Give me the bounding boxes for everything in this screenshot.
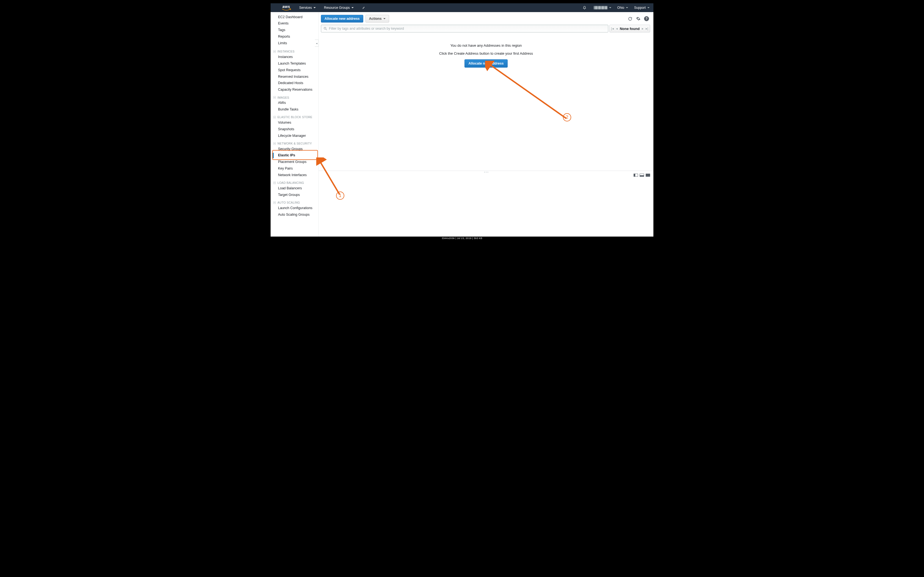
sidebar-item-launch-configurations[interactable]: Launch Configurations	[271, 205, 318, 211]
layout-side-icon[interactable]	[633, 174, 638, 177]
page-first-icon[interactable]: |◂	[611, 27, 614, 31]
nav-resource-groups-label: Resource Groups	[324, 6, 350, 10]
annotation-circle-2: 2	[563, 113, 571, 121]
sidebar-item-bundle-tasks[interactable]: Bundle Tasks	[271, 106, 318, 113]
sidebar-group-load-balancing[interactable]: LOAD BALANCING	[271, 181, 318, 185]
aws-topbar: aws Services Resource Groups	[271, 3, 653, 12]
nav-services[interactable]: Services	[299, 6, 316, 10]
nav-account[interactable]	[594, 6, 611, 9]
page-status: None found	[620, 27, 640, 31]
actions-label: Actions	[369, 17, 382, 21]
sidebar-item-load-balancers[interactable]: Load Balancers	[271, 185, 318, 192]
help-icon[interactable]: ?	[644, 16, 649, 21]
sidebar-item-placement-groups[interactable]: Placement Groups	[271, 159, 318, 165]
screenshot-footer-caption: 3344x2036 | Jul 23, 2019 | 393 KB	[270, 237, 654, 240]
chevron-down-icon	[351, 7, 354, 8]
chevron-down-icon	[647, 7, 649, 8]
sidebar-item-launch-templates[interactable]: Launch Templates	[271, 60, 318, 67]
sidebar-group-elastic-block-store[interactable]: ELASTIC BLOCK STORE	[271, 115, 318, 119]
svg-line-2	[489, 64, 566, 118]
sidebar-item-volumes[interactable]: Volumes	[271, 119, 318, 126]
pagination: |◂ ◂ None found ▸ ▸|	[609, 25, 650, 32]
nav-region-label: Ohio	[617, 6, 624, 10]
search-icon	[323, 27, 327, 31]
layout-bottom-icon[interactable]	[640, 174, 644, 177]
sidebar-item-reports[interactable]: Reports	[271, 34, 318, 40]
settings-icon[interactable]	[636, 16, 641, 21]
actions-button[interactable]: Actions	[365, 15, 389, 23]
sidebar-item-elastic-ips[interactable]: Elastic IPs	[271, 152, 318, 159]
sidebar-item-tags[interactable]: Tags	[271, 27, 318, 34]
sidebar-item-snapshots[interactable]: Snapshots	[271, 126, 318, 132]
empty-state-line-2: Click the Create Address button to creat…	[319, 52, 653, 55]
empty-allocate-address-button[interactable]: Allocate new address	[464, 60, 508, 68]
chevron-down-icon	[626, 7, 628, 8]
account-name-redacted	[594, 6, 607, 9]
sidebar-item-target-groups[interactable]: Target Groups	[271, 192, 318, 198]
filter-input[interactable]	[329, 27, 606, 31]
nav-services-label: Services	[299, 6, 312, 10]
detail-pane	[319, 171, 653, 237]
page-prev-icon[interactable]: ◂	[616, 27, 618, 31]
filter-search-box[interactable]	[321, 25, 608, 32]
empty-state-line-1: You do not have any Addresses in this re…	[319, 44, 653, 48]
sidebar-group-network-security[interactable]: NETWORK & SECURITY	[271, 141, 318, 146]
nav-pin-button[interactable]	[362, 6, 365, 9]
empty-allocate-address-label: Allocate new address	[468, 61, 504, 65]
sidebar-item-key-pairs[interactable]: Key Pairs	[271, 165, 318, 172]
sidebar-item-limits[interactable]: Limits	[271, 40, 318, 47]
pane-resize-handle[interactable]	[484, 171, 488, 172]
nav-support[interactable]: Support	[634, 6, 649, 10]
chevron-down-icon	[313, 7, 316, 8]
sidebar-item-capacity-reservations[interactable]: Capacity Reservations	[271, 87, 318, 93]
sidebar-item-dedicated-hosts[interactable]: Dedicated Hosts	[271, 80, 318, 87]
nav-region[interactable]: Ohio	[617, 6, 628, 10]
aws-console-window: aws Services Resource Groups	[271, 3, 653, 237]
chevron-down-icon	[609, 7, 611, 8]
aws-logo[interactable]: aws	[282, 5, 291, 11]
refresh-icon[interactable]	[628, 16, 633, 21]
notifications-icon[interactable]	[582, 6, 586, 10]
sidebar-item-spot-requests[interactable]: Spot Requests	[271, 67, 318, 73]
annotation-arrow-2	[485, 61, 570, 127]
sidebar-item-instances[interactable]: Instances	[271, 53, 318, 60]
nav-support-label: Support	[634, 6, 646, 10]
sidebar-item-amis[interactable]: AMIs	[271, 100, 318, 106]
main-panel: Allocate new address Actions ?	[319, 12, 653, 237]
sidebar-group-auto-scaling[interactable]: AUTO SCALING	[271, 200, 318, 205]
sidebar-item-network-interfaces[interactable]: Network Interfaces	[271, 172, 318, 179]
layout-full-icon[interactable]	[646, 174, 650, 177]
sidebar-item-auto-scaling-groups[interactable]: Auto Scaling Groups	[271, 211, 318, 218]
allocate-address-button[interactable]: Allocate new address	[321, 15, 363, 23]
sidebar-group-instances[interactable]: INSTANCES	[271, 49, 318, 53]
sidebar-item-security-groups[interactable]: Security Groups	[271, 146, 318, 152]
svg-point-0	[324, 27, 326, 29]
ec2-sidebar: EC2 DashboardEventsTagsReportsLimitsINST…	[271, 12, 319, 237]
page-last-icon[interactable]: ▸|	[646, 27, 648, 31]
sidebar-item-ec2-dashboard[interactable]: EC2 Dashboard	[271, 14, 318, 20]
sidebar-item-events[interactable]: Events	[271, 20, 318, 27]
allocate-address-label: Allocate new address	[325, 17, 360, 21]
chevron-down-icon	[383, 18, 386, 19]
sidebar-item-lifecycle-manager[interactable]: Lifecycle Manager	[271, 132, 318, 139]
nav-resource-groups[interactable]: Resource Groups	[324, 6, 354, 10]
sidebar-item-reserved-instances[interactable]: Reserved Instances	[271, 73, 318, 80]
sidebar-group-images[interactable]: IMAGES	[271, 95, 318, 100]
svg-line-1	[326, 29, 327, 30]
page-next-icon[interactable]: ▸	[642, 27, 643, 31]
sidebar-collapse-button[interactable]: ◂	[315, 40, 319, 47]
